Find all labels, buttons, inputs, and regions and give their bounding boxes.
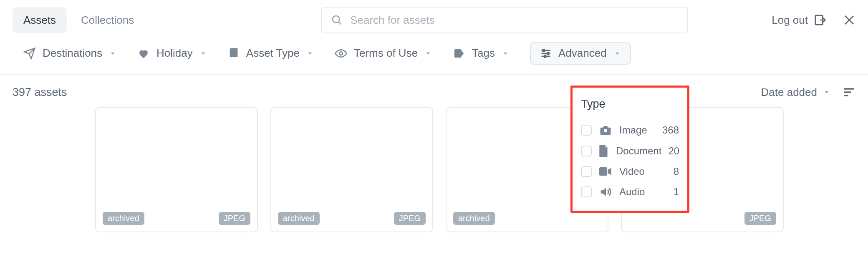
type-count: 1: [674, 186, 679, 198]
type-count: 368: [662, 124, 679, 136]
sort-label: Date added: [761, 86, 817, 99]
tab-collections[interactable]: Collections: [70, 7, 145, 33]
format-badge: JPEG: [744, 212, 776, 225]
filter-asset-type[interactable]: Asset Type: [228, 47, 314, 60]
close-button[interactable]: [843, 14, 855, 26]
svg-line-1: [339, 22, 341, 24]
type-option-document[interactable]: Document 20: [581, 141, 679, 161]
type-option-image[interactable]: Image 368: [581, 120, 679, 141]
chevron-down-icon: [823, 88, 830, 96]
type-label: Audio: [619, 186, 645, 198]
format-badge: JPEG: [219, 212, 250, 225]
tag-icon: [453, 47, 465, 60]
sort-order-button[interactable]: [842, 86, 855, 99]
search-icon: [331, 14, 343, 26]
filter-advanced[interactable]: Advanced: [530, 42, 631, 65]
file-icon: [598, 145, 609, 157]
svg-rect-17: [599, 167, 607, 176]
filter-terms-of-use[interactable]: Terms of Use: [335, 47, 432, 60]
advanced-label: Advanced: [558, 47, 607, 60]
filter-holiday[interactable]: Holiday: [137, 47, 207, 60]
asset-card[interactable]: archived JPEG: [270, 107, 433, 232]
type-filter-popover: Type Image 368 Document 20 Video 8 Audio…: [570, 86, 689, 213]
sort-group: Date added: [761, 86, 855, 99]
popover-title: Type: [581, 98, 679, 111]
nav-tabs: Assets Collections: [13, 7, 145, 33]
type-option-audio[interactable]: Audio 1: [581, 181, 679, 202]
tab-assets[interactable]: Assets: [13, 7, 67, 33]
status-badge: archived: [453, 212, 495, 225]
filter-bar: Destinations Holiday Asset Type Terms of…: [0, 38, 868, 75]
top-right-group: Log out: [772, 14, 855, 27]
logout-icon: [814, 14, 826, 26]
chevron-down-icon: [306, 50, 314, 57]
svg-point-6: [339, 52, 343, 55]
type-count: 20: [668, 145, 679, 157]
asset-card[interactable]: archived JPEG: [95, 107, 258, 232]
filter-tags[interactable]: Tags: [453, 47, 509, 60]
logout-button[interactable]: Log out: [772, 14, 826, 27]
type-label: Video: [619, 166, 645, 177]
filter-label: Holiday: [156, 47, 193, 60]
camera-icon: [598, 124, 613, 136]
speaker-icon: [598, 186, 613, 198]
svg-point-16: [604, 129, 607, 132]
svg-rect-12: [545, 55, 546, 57]
checkbox[interactable]: [581, 166, 592, 177]
checkbox[interactable]: [581, 186, 592, 197]
svg-rect-11: [548, 52, 549, 54]
asset-grid: archived JPEG archived JPEG archived JPE…: [0, 107, 868, 232]
svg-rect-10: [543, 49, 545, 51]
svg-rect-5: [231, 57, 237, 58]
filter-label: Terms of Use: [354, 47, 418, 60]
filter-destinations[interactable]: Destinations: [23, 47, 116, 60]
search-input[interactable]: [350, 14, 678, 27]
eye-icon: [335, 47, 347, 60]
filter-label: Tags: [472, 47, 495, 60]
search-box[interactable]: [321, 7, 688, 33]
chevron-down-icon: [613, 50, 621, 57]
status-badge: archived: [278, 212, 320, 225]
book-icon: [228, 48, 240, 59]
chevron-down-icon: [199, 50, 207, 57]
type-count: 8: [674, 166, 679, 177]
top-bar: Assets Collections Log out: [0, 0, 868, 38]
filter-label: Asset Type: [246, 47, 300, 60]
logout-label: Log out: [772, 14, 808, 27]
results-bar: 397 assets Date added: [0, 75, 868, 107]
format-badge: JPEG: [394, 212, 426, 225]
filter-label: Destinations: [43, 47, 102, 60]
chevron-down-icon: [424, 50, 432, 57]
type-label: Document: [616, 145, 661, 157]
results-count: 397 assets: [13, 86, 67, 99]
status-badge: archived: [103, 212, 144, 225]
checkbox[interactable]: [581, 146, 592, 156]
sort-dropdown[interactable]: Date added: [761, 86, 830, 99]
svg-point-0: [333, 16, 339, 23]
chevron-down-icon: [109, 50, 116, 57]
heart-icon: [137, 47, 150, 60]
video-icon: [598, 166, 613, 176]
type-option-video[interactable]: Video 8: [581, 161, 679, 181]
chevron-down-icon: [502, 50, 509, 57]
sliders-icon: [540, 48, 552, 59]
type-label: Image: [619, 124, 647, 136]
paper-plane-icon: [23, 47, 36, 60]
checkbox[interactable]: [581, 125, 592, 136]
